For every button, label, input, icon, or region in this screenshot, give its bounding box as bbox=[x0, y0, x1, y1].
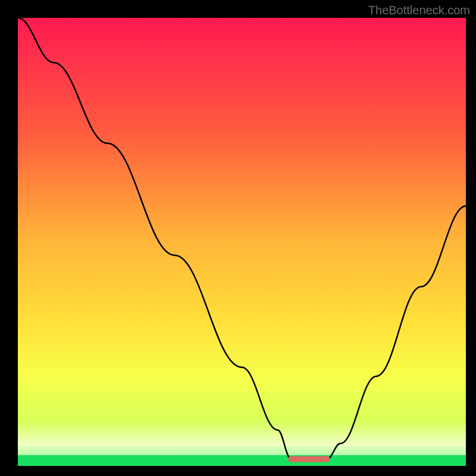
chart-bottom-band bbox=[18, 455, 466, 466]
chart-plot-area bbox=[18, 18, 466, 466]
chart-bottom-band-light bbox=[18, 446, 466, 455]
chart-background-gradient bbox=[18, 18, 466, 466]
chart-svg bbox=[18, 18, 466, 466]
watermark-text: TheBottleneck.com bbox=[368, 4, 470, 17]
